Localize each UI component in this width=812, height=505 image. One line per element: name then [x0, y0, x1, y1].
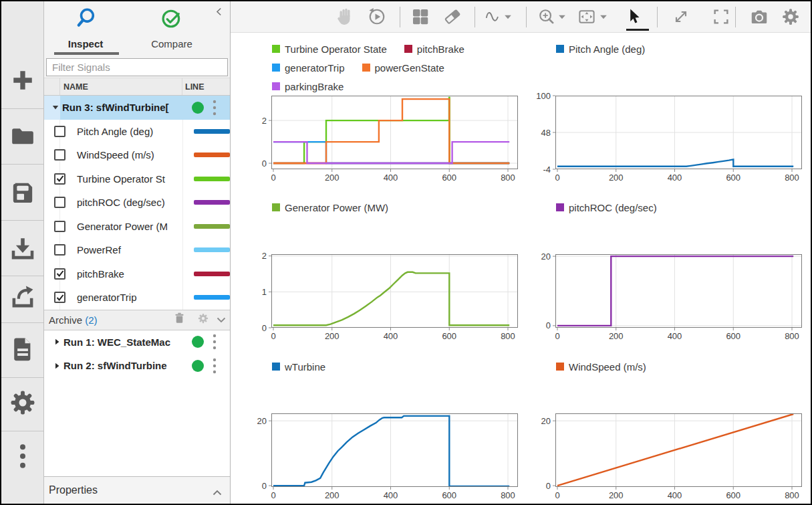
- tab-compare[interactable]: Compare: [130, 7, 214, 49]
- plot-settings-icon[interactable]: [781, 7, 801, 27]
- eraser-icon[interactable]: [442, 7, 462, 27]
- signal-label: pitchBrake: [60, 268, 182, 280]
- svg-text:0: 0: [271, 490, 275, 500]
- run-menu-icon[interactable]: [212, 333, 217, 350]
- expand-arrow-icon[interactable]: [55, 363, 59, 369]
- signal-row[interactable]: Generator Power (M: [44, 215, 230, 239]
- legend-swatch: [556, 203, 564, 211]
- svg-text:800: 800: [501, 173, 515, 183]
- tab-inspect[interactable]: Inspect: [45, 7, 126, 49]
- plot-legend: wTurbine: [272, 359, 499, 374]
- pan-hand-icon[interactable]: [335, 7, 356, 27]
- signal-trace-icon[interactable]: [484, 7, 504, 27]
- svg-text:100: 100: [536, 93, 551, 101]
- plot-axes[interactable]: 0200400600800-448100: [525, 93, 811, 185]
- report-icon[interactable]: [9, 335, 37, 366]
- plot-axes[interactable]: 0200400600800020: [525, 411, 811, 503]
- legend-label: generatorTrip: [285, 62, 345, 74]
- run-status-dot: [192, 102, 204, 114]
- filter-bar: [44, 58, 230, 78]
- collapse-arrow-icon[interactable]: [52, 105, 59, 110]
- plot-axes[interactable]: 0200400600800020: [241, 411, 527, 503]
- import-icon[interactable]: [9, 235, 37, 266]
- legend-item: wTurbine: [272, 359, 325, 374]
- delete-icon[interactable]: [173, 311, 186, 328]
- fit-caret-icon[interactable]: [599, 7, 607, 27]
- signal-trace-caret-icon[interactable]: [504, 7, 512, 27]
- signal-checkbox[interactable]: [44, 262, 60, 286]
- expand-icon[interactable]: [671, 7, 691, 27]
- run-row-selected[interactable]: Run 3: sfWindTurbine[: [44, 96, 230, 120]
- more-icon[interactable]: [18, 443, 27, 472]
- column-line: LINE: [182, 78, 230, 95]
- signal-checkbox[interactable]: [44, 143, 60, 167]
- signal-row[interactable]: pitchBrake: [44, 262, 230, 286]
- legend-swatch: [556, 363, 564, 371]
- svg-text:200: 200: [325, 490, 340, 500]
- chevron-up-icon[interactable]: [213, 486, 222, 498]
- archive-run-row[interactable]: Run 1: WEC_StateMac: [44, 330, 230, 355]
- collapse-panel-icon[interactable]: [216, 7, 222, 19]
- svg-text:200: 200: [325, 173, 340, 183]
- signal-row[interactable]: generatorTrip: [44, 286, 230, 310]
- signal-row[interactable]: PowerRef: [44, 238, 230, 262]
- signal-line-swatch: [194, 177, 230, 181]
- plot-axes[interactable]: 020040060080002: [241, 93, 527, 185]
- svg-text:600: 600: [726, 331, 740, 341]
- signal-row[interactable]: WindSpeed (m/s): [44, 143, 230, 167]
- svg-text:20: 20: [541, 251, 551, 262]
- properties-bar[interactable]: Properties: [44, 476, 230, 504]
- fullscreen-icon[interactable]: [711, 7, 731, 27]
- signal-checkbox[interactable]: [44, 215, 60, 239]
- signal-label: pitchROC (deg/sec): [60, 197, 182, 208]
- signal-checkbox[interactable]: [44, 167, 60, 191]
- plot-axes[interactable]: 0200400600800012: [241, 251, 527, 344]
- svg-text:200: 200: [609, 173, 624, 183]
- run-menu-icon[interactable]: [212, 99, 217, 116]
- expand-arrow-icon[interactable]: [55, 338, 59, 345]
- open-folder-icon[interactable]: [9, 122, 36, 152]
- legend-swatch: [404, 45, 412, 53]
- legend-item: pitchROC (deg/sec): [556, 200, 657, 215]
- signal-checkbox[interactable]: [44, 238, 60, 262]
- add-icon[interactable]: [8, 66, 37, 98]
- zoom-caret-icon[interactable]: [558, 7, 566, 27]
- signal-line-cell: [182, 262, 230, 286]
- archive-settings-icon[interactable]: [197, 312, 209, 327]
- layout-grid-icon[interactable]: [410, 7, 430, 27]
- select-cursor-icon[interactable]: [624, 7, 644, 27]
- signal-row[interactable]: Pitch Angle (deg): [44, 120, 230, 144]
- svg-text:400: 400: [668, 490, 682, 500]
- chevron-down-icon[interactable]: [217, 314, 226, 326]
- snapshot-camera-icon[interactable]: [749, 7, 769, 27]
- signal-checkbox[interactable]: [44, 120, 60, 144]
- archive-run-row[interactable]: Run 2: sfWindTurbine: [44, 354, 230, 378]
- legend-swatch: [272, 203, 280, 211]
- plot-axes[interactable]: 0200400600800020: [525, 251, 811, 344]
- signal-line-swatch: [194, 129, 230, 134]
- signal-checkbox[interactable]: [44, 286, 60, 310]
- filter-signals-input[interactable]: [46, 58, 228, 76]
- run-menu-icon[interactable]: [212, 357, 217, 375]
- legend-item: WindSpeed (m/s): [556, 359, 646, 374]
- svg-text:0: 0: [262, 481, 267, 491]
- signal-row[interactable]: Turbine Operator St: [44, 167, 230, 191]
- save-icon[interactable]: [9, 179, 36, 209]
- archive-header[interactable]: Archive (2): [44, 310, 230, 330]
- legend-swatch: [272, 363, 280, 371]
- signal-line-swatch: [194, 153, 230, 157]
- settings-icon[interactable]: [8, 388, 37, 420]
- plot-grid: Turbine Operator StatepitchBrakegenerato…: [231, 33, 811, 504]
- fit-to-view-icon[interactable]: [577, 7, 597, 27]
- svg-text:800: 800: [785, 331, 799, 341]
- signal-line-cell: [182, 286, 230, 310]
- replay-icon[interactable]: [367, 7, 387, 27]
- zoom-in-icon[interactable]: [537, 7, 557, 27]
- plot-legend: Generator Power (MW): [272, 200, 499, 215]
- signal-checkbox[interactable]: [44, 191, 60, 215]
- tab-inspect-label: Inspect: [45, 38, 126, 49]
- signal-row[interactable]: pitchROC (deg/sec): [44, 191, 230, 215]
- compare-icon: [160, 7, 183, 31]
- svg-text:400: 400: [668, 173, 682, 183]
- export-icon[interactable]: [9, 283, 37, 314]
